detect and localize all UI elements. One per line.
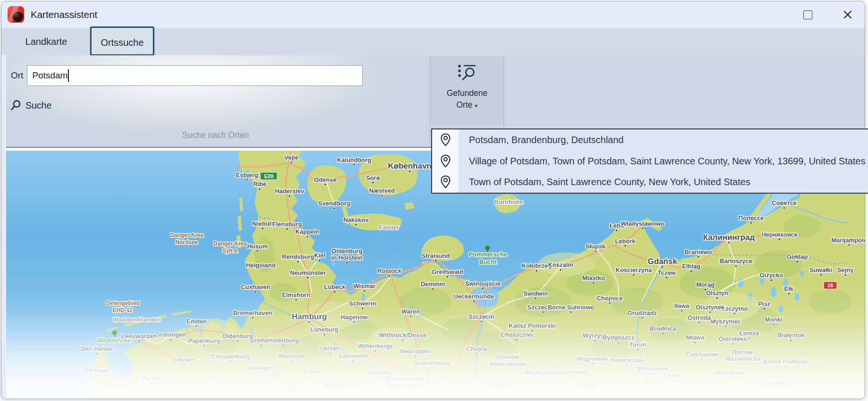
dropdown-item-label: Village of Potsdam, Town of Potsdam, Sai… [459,156,868,167]
tab-landkarte[interactable]: Landkarte [16,28,77,55]
window-title: Kartenassistent [31,1,97,28]
dropdown-item[interactable]: Town of Potsdam, Saint Lawrence County, … [432,171,868,193]
suche-button[interactable]: Suche [10,96,51,115]
ort-label: Ort [11,70,23,81]
close-button[interactable] [840,8,855,22]
text-cursor [68,69,69,82]
tab-ortssuche[interactable]: Ortssuche [90,26,154,56]
close-x-icon [843,10,852,19]
search-icon [10,99,22,111]
app-logo-icon [8,6,24,23]
app-window: Kartenassistent Landkarte Ortssuche Ort … [1,1,865,399]
found-places-dropdown: Potsdam, Brandenburg, Deutschland Villag… [431,128,868,194]
ort-input[interactable]: Potsdam [27,65,363,86]
location-pin-icon [432,154,459,168]
dropdown-item[interactable]: Potsdam, Brandenburg, Deutschland [432,129,868,151]
dropdown-item[interactable]: Village of Potsdam, Town of Potsdam, Sai… [432,151,868,172]
gefundene-label-line2: Orte▾ [456,99,477,112]
ort-input-value: Potsdam [32,70,67,81]
location-pin-icon [432,175,459,189]
found-places-list-search-icon [456,61,478,84]
dropdown-item-label: Potsdam, Brandenburg, Deutschland [459,135,868,145]
dropdown-item-label: Town of Potsdam, Saint Lawrence County, … [459,177,868,188]
gefundene-label-line1: Gefundene [447,87,488,99]
gefundene-orte-button[interactable]: Gefundene Orte▾ [431,56,503,125]
left-margin-strip [1,55,6,399]
location-pin-icon [432,133,459,147]
screen: { "window": { "title": "Kartenassistent"… [0,0,868,401]
ribbon-group-label: Suche nach Orten [1,130,430,140]
titlebar: Kartenassistent [1,1,865,28]
chevron-down-icon: ▾ [475,102,478,109]
suche-label: Suche [25,100,51,111]
maximize-button[interactable] [803,10,812,19]
dropdown-list: Potsdam, Brandenburg, Deutschland Villag… [432,129,868,193]
